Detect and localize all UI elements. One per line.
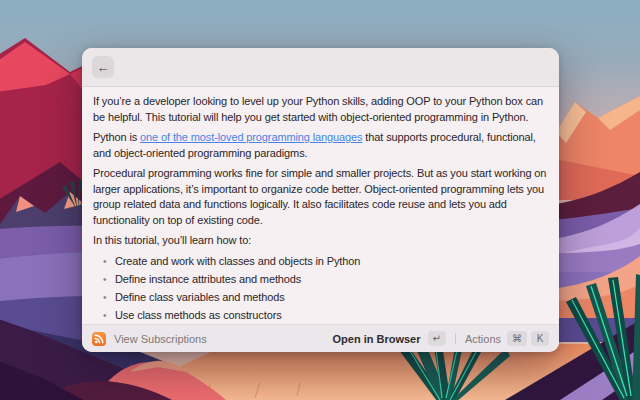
article-scroll[interactable]: If you’re a developer looking to level u… [82, 87, 559, 324]
article-paragraph: Python is one of the most-loved programm… [93, 130, 548, 161]
open-in-browser-label: Open in Browser [333, 333, 421, 345]
view-subscriptions-button[interactable]: View Subscriptions [92, 332, 207, 346]
actions-label: Actions [465, 333, 501, 345]
back-button[interactable]: ← [92, 56, 114, 78]
article-paragraph: If you’re a developer looking to level u… [93, 94, 548, 125]
k-key-badge: K [531, 331, 549, 346]
actions-button[interactable]: Actions ⌘ K [465, 331, 549, 346]
back-arrow-icon: ← [97, 61, 110, 74]
list-item: Use class methods as constructors [103, 308, 548, 324]
article-paragraph: Procedural programming works fine for si… [93, 166, 548, 228]
learn-list: Create and work with classes and objects… [93, 254, 548, 325]
paragraph-text: Python is [93, 131, 140, 143]
open-in-browser-button[interactable]: Open in Browser ↵ [333, 331, 446, 346]
app-window: ← If you’re a developer looking to level… [82, 48, 559, 352]
list-item: Define instance attributes and methods [103, 272, 548, 288]
list-item: Define class variables and methods [103, 290, 548, 306]
return-key-badge: ↵ [428, 331, 446, 346]
list-item: Create and work with classes and objects… [103, 254, 548, 270]
article-paragraph: In this tutorial, you’ll learn how to: [93, 233, 548, 249]
footer-divider [455, 333, 456, 344]
rss-icon [92, 332, 106, 346]
cmd-key-badge: ⌘ [507, 331, 527, 346]
window-header: ← [82, 48, 559, 87]
tutorial-link[interactable]: one of the most-loved programming langua… [140, 131, 362, 143]
action-bar: View Subscriptions Open in Browser ↵ Act… [82, 324, 559, 352]
view-subscriptions-label: View Subscriptions [114, 333, 207, 345]
